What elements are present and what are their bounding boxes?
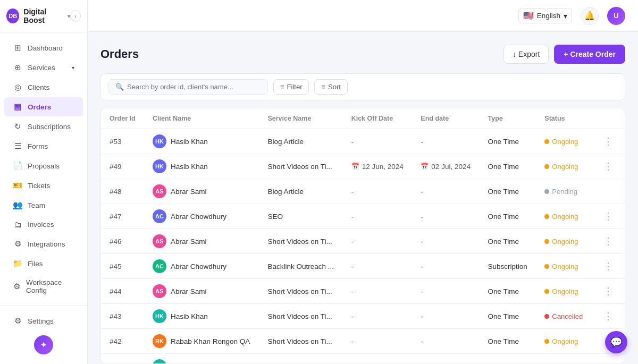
more-actions-cell: ⋮ <box>592 279 625 304</box>
chat-fab-button[interactable]: 💬 <box>605 331 627 353</box>
sidebar-item-forms[interactable]: ☰ Forms <box>4 137 83 156</box>
bottom-logo-circle: ✦ <box>34 335 53 354</box>
status-badge: Pending <box>544 188 577 196</box>
status-label: Cancelled <box>552 312 583 320</box>
invoices-icon: 🗂 <box>13 220 22 229</box>
col-kick-off-date: Kick Off Date <box>343 108 413 129</box>
kick-off-date-cell: 📅12 Jun, 2024 <box>343 154 413 179</box>
table-row[interactable]: #47ACAbrar ChowdhurySEO--One TimeOngoing… <box>101 204 625 229</box>
sidebar-item-dashboard[interactable]: ⊞ Dashboard <box>4 38 83 57</box>
sidebar-item-proposals[interactable]: 📄 Proposals <box>4 156 83 175</box>
team-icon: 👥 <box>13 200 22 210</box>
more-actions-button[interactable]: ⋮ <box>600 209 616 223</box>
dashboard-icon: ⊞ <box>13 43 22 53</box>
sidebar-item-invoices[interactable]: 🗂 Invoices <box>4 215 83 234</box>
client-avatar: HK <box>153 309 166 323</box>
client-avatar: AS <box>153 184 166 198</box>
service-name-cell: Short Videos on Ti... <box>259 279 342 304</box>
status-label: Ongoing <box>552 163 578 171</box>
more-actions-button[interactable]: ⋮ <box>600 234 616 248</box>
client-name-cell: ASAbrar Sami <box>144 179 259 204</box>
export-button[interactable]: ↓ Export <box>503 45 549 64</box>
kick-off-date-cell: - <box>343 229 413 254</box>
service-name-cell: Short Videos on Ti... <box>259 354 342 365</box>
chevron-icon: ▾ <box>72 65 74 71</box>
sidebar-item-settings[interactable]: ⚙ Settings <box>4 311 83 331</box>
sidebar-item-label: Orders <box>28 103 51 111</box>
search-input[interactable] <box>127 83 261 91</box>
page-title: Orders <box>100 47 139 61</box>
table-row[interactable]: #44ASAbrar SamiShort Videos on Ti...--On… <box>101 279 625 304</box>
language-selector[interactable]: 🇺🇸 English ▾ <box>518 8 572 23</box>
kick-off-date-cell: - <box>343 179 413 204</box>
status-badge: Ongoing <box>544 238 578 246</box>
type-cell: One Time <box>480 304 536 329</box>
sidebar-item-integrations[interactable]: ⚙ Integrations <box>4 234 83 253</box>
notifications-button[interactable]: 🔔 <box>581 7 599 25</box>
create-order-button[interactable]: + Create Order <box>554 45 625 64</box>
order-id-cell: #49 <box>101 154 144 179</box>
sidebar-collapse-button[interactable]: ‹ <box>70 10 81 22</box>
table-row[interactable]: #40HKHasib KhanShort Videos on Ti...--On… <box>101 354 625 365</box>
sidebar-item-label: Subscriptions <box>28 123 71 131</box>
table-row[interactable]: #48ASAbrar SamiBlog Article--One TimePen… <box>101 179 625 204</box>
table-row[interactable]: #45ACAbrar ChowdhuryBacklink Outreach ..… <box>101 254 625 279</box>
sidebar-item-team[interactable]: 👥 Team <box>4 196 83 215</box>
more-actions-button[interactable]: ⋮ <box>600 259 616 273</box>
sidebar-item-label: Forms <box>28 142 48 150</box>
client-avatar: HK <box>153 159 166 173</box>
brand[interactable]: DB Digital Boost ▾ <box>6 7 70 24</box>
end-date-cell: - <box>412 279 479 304</box>
sidebar-item-tickets[interactable]: 🎫 Tickets <box>4 176 83 195</box>
orders-table: Order Id Client Name Service Name Kick O… <box>101 108 625 364</box>
status-cell: Cancelled <box>536 304 591 329</box>
sidebar-item-files[interactable]: 📁 Files <box>4 254 83 273</box>
client-avatar: HK <box>153 134 166 148</box>
sidebar-item-workspace-config[interactable]: ⚙ Workspace Config <box>4 274 83 299</box>
table-row[interactable]: #49HKHasib KhanShort Videos on Ti...📅12 … <box>101 154 625 179</box>
more-actions-button[interactable]: ⋮ <box>600 134 616 148</box>
sort-button[interactable]: ≡ Sort <box>314 79 347 95</box>
table-row[interactable]: #46ASAbrar SamiShort Videos on Ti...--On… <box>101 229 625 254</box>
table-row[interactable]: #43HKHasib KhanShort Videos on Ti...--On… <box>101 304 625 329</box>
sidebar-item-clients[interactable]: ◎ Clients <box>4 78 83 97</box>
main-content: 🇺🇸 English ▾ 🔔 U Orders ↓ Export + Creat… <box>88 0 638 364</box>
user-avatar[interactable]: U <box>607 7 625 25</box>
more-actions-cell <box>592 179 625 204</box>
table-row[interactable]: #42RKRabab Khan Rongon QAShort Videos on… <box>101 329 625 354</box>
type-cell: One Time <box>480 129 536 154</box>
client-name-cell: ACAbrar Chowdhury <box>144 204 259 229</box>
client-name-cell: ACAbrar Chowdhury <box>144 254 259 279</box>
client-avatar: AS <box>153 284 166 298</box>
sidebar-item-services[interactable]: ⊕ Services ▾ <box>4 58 83 77</box>
type-cell: One Time <box>480 179 536 204</box>
order-id-cell: #42 <box>101 329 144 354</box>
status-cell: Ongoing <box>536 329 591 354</box>
client-name-cell: HKHasib Khan <box>144 354 259 365</box>
sidebar-logo: ✦ <box>0 331 87 359</box>
kick-off-date: 12 Jun, 2024 <box>362 163 404 171</box>
sidebar-item-subscriptions[interactable]: ↻ Subscriptions <box>4 117 83 136</box>
kick-off-date-cell: - <box>343 329 413 354</box>
proposals-icon: 📄 <box>13 161 22 171</box>
type-cell: Subscription <box>480 254 536 279</box>
end-date-cell: - <box>412 229 479 254</box>
sidebar-item-orders[interactable]: ▤ Orders <box>4 97 83 116</box>
status-cell: Pending <box>536 179 591 204</box>
status-label: Ongoing <box>552 213 578 221</box>
more-actions-button[interactable]: ⋮ <box>600 284 616 298</box>
status-dot-icon <box>544 339 549 344</box>
status-cell: Ongoing <box>536 254 591 279</box>
more-actions-button[interactable]: ⋮ <box>600 309 616 323</box>
client-name: Abrar Chowdhury <box>171 213 226 221</box>
search-box[interactable]: 🔍 <box>108 79 268 95</box>
more-actions-button[interactable]: ⋮ <box>600 159 616 173</box>
client-name: Hasib Khan <box>171 362 208 365</box>
status-dot-icon <box>544 164 549 169</box>
brand-avatar: DB <box>6 9 19 23</box>
service-name-cell: SEO <box>259 204 342 229</box>
more-actions-cell: ⋮ <box>592 204 625 229</box>
table-row[interactable]: #53HKHasib KhanBlog Article--One TimeOng… <box>101 129 625 154</box>
client-name: Hasib Khan <box>171 138 208 146</box>
filter-button[interactable]: ≡ Filter <box>273 79 309 95</box>
